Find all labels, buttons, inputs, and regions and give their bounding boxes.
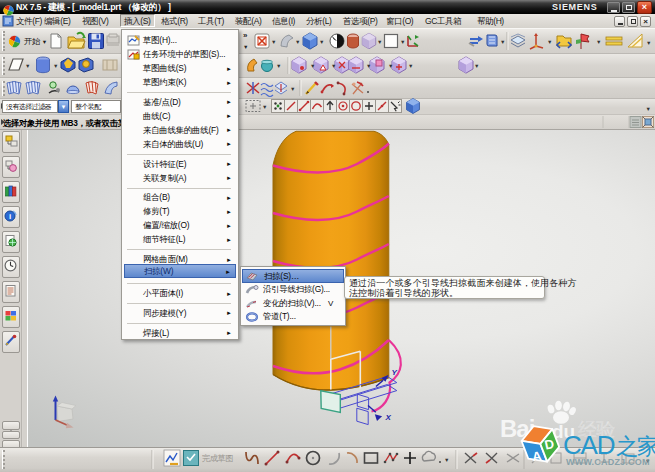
svg-text:i: i — [9, 212, 11, 221]
